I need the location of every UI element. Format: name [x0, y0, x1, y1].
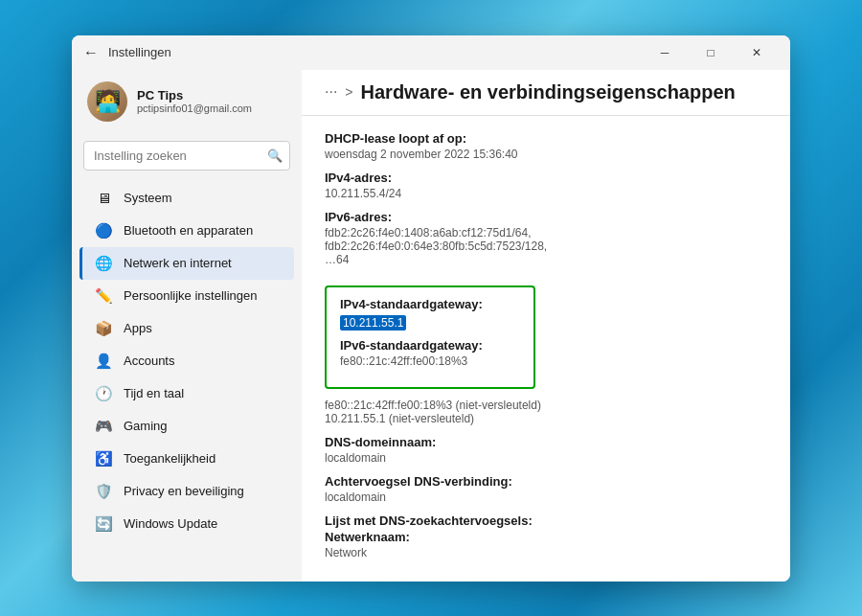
dns-search-section: Lijst met DNS-zoekachtervoegsels: [325, 513, 767, 528]
sidebar-item-systeem[interactable]: 🖥 Systeem [79, 182, 294, 215]
sidebar-item-label: Accounts [124, 354, 174, 368]
back-button[interactable]: ← [83, 44, 99, 61]
dns-domain-value: localdomain [325, 451, 767, 465]
sidebar-item-tijd[interactable]: 🕐 Tijd en taal [79, 377, 294, 410]
dns-search-label: Lijst met DNS-zoekachtervoegsels: [325, 513, 767, 528]
dns-suffix-section: Achtervoegsel DNS-verbinding: localdomai… [325, 474, 767, 504]
gaming-icon: 🎮 [95, 418, 112, 435]
sidebar-item-label: Apps [124, 321, 152, 335]
ipv6-label: IPv6-adres: [325, 210, 767, 224]
window-title: Instellingen [108, 45, 643, 59]
privacy-icon: 🛡️ [95, 483, 112, 500]
gateway4-label: IPv4-standaardgateway: [340, 297, 520, 311]
gateway6-label: IPv6-standaardgateway: [340, 338, 520, 353]
not-encrypted-value: fe80::21c:42ff:fe00:18%3 (niet-versleute… [325, 399, 767, 425]
network-name-section: Netwerknaam: Network [325, 530, 767, 559]
sidebar-item-bluetooth[interactable]: 🔵 Bluetooth en apparaten [79, 215, 294, 247]
dns-domain-section: DNS-domeinnaam: localdomain [325, 435, 767, 465]
profile-email: pctipsinfo01@gmail.com [137, 103, 252, 114]
settings-window: ← Instellingen ─ □ ✕ 🧑‍💻 PC Tips pctipsi… [72, 35, 790, 582]
sidebar-item-label: Windows Update [124, 516, 217, 531]
dhcp-section: DHCP-lease loopt af op: woensdag 2 novem… [325, 131, 767, 161]
avatar: 🧑‍💻 [87, 81, 127, 122]
page-title: Hardware- en verbindingseigenschappen [361, 81, 736, 103]
maximize-button[interactable]: □ [689, 37, 733, 68]
sidebar: 🧑‍💻 PC Tips pctipsinfo01@gmail.com 🔍 🖥 S… [72, 70, 302, 582]
accounts-icon: 👤 [95, 353, 112, 370]
dns-domain-label: DNS-domeinnaam: [325, 435, 767, 449]
sidebar-item-label: Persoonlijke instellingen [124, 288, 257, 303]
breadcrumb-separator: > [345, 84, 352, 100]
main-header: ··· > Hardware- en verbindingseigenschap… [302, 70, 790, 116]
sidebar-item-accounts[interactable]: 👤 Accounts [79, 345, 294, 377]
close-button[interactable]: ✕ [735, 37, 779, 68]
sidebar-item-gaming[interactable]: 🎮 Gaming [79, 410, 294, 443]
search-input[interactable] [83, 141, 290, 171]
sidebar-item-persoonlijk[interactable]: ✏️ Persoonlijke instellingen [79, 280, 294, 312]
ipv4-label: IPv4-adres: [325, 171, 767, 185]
dhcp-label: DHCP-lease loopt af op: [325, 131, 767, 146]
dns-suffix-label: Achtervoegsel DNS-verbinding: [325, 474, 767, 489]
tijd-icon: 🕐 [95, 385, 112, 402]
ipv4-value: 10.211.55.4/24 [325, 187, 767, 200]
toegankelijkheid-icon: ♿ [95, 450, 112, 468]
sidebar-item-label: Bluetooth en apparaten [124, 223, 253, 238]
gateway6-value: fe80::21c:42ff:fe00:18%3 [340, 354, 520, 368]
sidebar-item-label: Systeem [124, 191, 172, 205]
sidebar-item-label: Toegankelijkheid [124, 451, 216, 466]
apps-icon: 📦 [95, 320, 112, 337]
titlebar: ← Instellingen ─ □ ✕ [72, 35, 790, 70]
sidebar-item-label: Tijd en taal [124, 386, 184, 400]
update-icon: 🔄 [95, 515, 112, 533]
profile-info: PC Tips pctipsinfo01@gmail.com [137, 88, 252, 114]
sidebar-item-label: Gaming [124, 419, 168, 433]
window-controls: ─ □ ✕ [643, 37, 779, 68]
main-content: ··· > Hardware- en verbindingseigenschap… [302, 70, 790, 582]
avatar-image: 🧑‍💻 [87, 81, 127, 122]
sidebar-item-toegankelijkheid[interactable]: ♿ Toegankelijkheid [79, 443, 294, 475]
nav-items: 🖥 Systeem 🔵 Bluetooth en apparaten 🌐 Net… [72, 178, 302, 582]
gateway4-value: 10.211.55.1 [340, 315, 406, 331]
sidebar-item-label: Netwerk en internet [124, 256, 232, 270]
breadcrumb-dots[interactable]: ··· [325, 83, 337, 101]
search-box[interactable]: 🔍 [83, 141, 290, 171]
sidebar-item-netwerk[interactable]: 🌐 Netwerk en internet [79, 247, 294, 280]
dhcp-value: woensdag 2 november 2022 15:36:40 [325, 148, 767, 161]
profile-section: 🧑‍💻 PC Tips pctipsinfo01@gmail.com [72, 70, 302, 133]
netwerk-icon: 🌐 [95, 255, 112, 272]
search-icon: 🔍 [267, 148, 283, 163]
minimize-button[interactable]: ─ [643, 37, 687, 68]
profile-name: PC Tips [137, 88, 252, 103]
sidebar-item-privacy[interactable]: 🛡️ Privacy en beveiliging [79, 475, 294, 508]
content-area: 🧑‍💻 PC Tips pctipsinfo01@gmail.com 🔍 🖥 S… [72, 70, 790, 582]
sidebar-item-apps[interactable]: 📦 Apps [79, 312, 294, 345]
network-name-value: Network [325, 546, 767, 559]
ipv6-value: fdb2:2c26:f4e0:1408:a6ab:cf12:75d1/64,fd… [325, 226, 767, 266]
bluetooth-icon: 🔵 [95, 222, 112, 240]
main-body: DHCP-lease loopt af op: woensdag 2 novem… [302, 116, 790, 582]
sidebar-item-update[interactable]: 🔄 Windows Update [79, 508, 294, 540]
not-encrypted-section: fe80::21c:42ff:fe00:18%3 (niet-versleute… [325, 399, 767, 425]
dns-suffix-value: localdomain [325, 491, 767, 504]
systeem-icon: 🖥 [95, 190, 112, 207]
ipv4-section: IPv4-adres: 10.211.55.4/24 [325, 171, 767, 200]
ipv6-section: IPv6-adres: fdb2:2c26:f4e0:1408:a6ab:cf1… [325, 210, 767, 266]
sidebar-item-label: Privacy en beveiliging [124, 484, 244, 498]
network-name-label: Netwerknaam: [325, 530, 767, 544]
highlighted-gateway-box: IPv4-standaardgateway: 10.211.55.1 IPv6-… [325, 285, 535, 389]
persoonlijk-icon: ✏️ [95, 287, 112, 305]
